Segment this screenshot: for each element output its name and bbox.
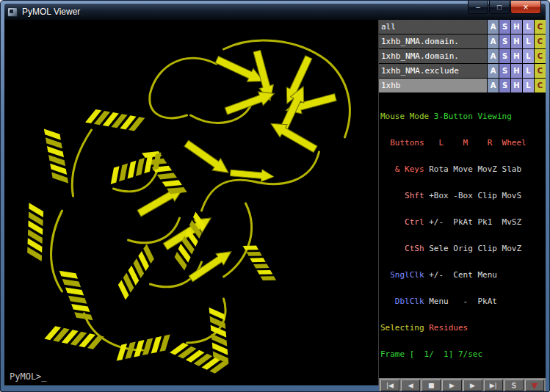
frame-counter-line[interactable]: Frame [ 1/ 1] 7/sec — [380, 350, 546, 359]
hide-button[interactable]: H — [511, 64, 522, 78]
object-row[interactable]: all A S H L C — [379, 20, 546, 34]
hide-button[interactable]: H — [511, 20, 522, 34]
color-button[interactable]: C — [535, 49, 546, 63]
object-buttons: A S H L C — [487, 49, 546, 63]
selecting-mode-line[interactable]: Selecting Residues — [380, 324, 546, 333]
object-row[interactable]: 1xhb_NMA.exclude A S H L C — [379, 64, 546, 78]
mouse-panel: Mouse Mode 3-Button Viewing Buttons L M … — [379, 93, 546, 378]
title-bar[interactable]: PyMOL Viewer – □ × — [4, 4, 546, 20]
show-button[interactable]: S — [499, 35, 510, 48]
window-controls: – □ × — [468, 1, 541, 14]
mouse-ctsh-row: CtSh Sele Orig Clip MovZ — [380, 244, 546, 253]
object-buttons: A S H L C — [487, 64, 546, 78]
playback-controls: |◀ ◀ ■ ▶ ▶ ▶| S ▼ — [379, 378, 546, 392]
label-button[interactable]: L — [523, 49, 534, 63]
color-button[interactable]: C — [535, 35, 546, 48]
minimize-button[interactable]: – — [468, 1, 488, 14]
viewport-3d[interactable]: PyMOL>_ — [4, 20, 378, 385]
label-button[interactable]: L — [523, 20, 534, 34]
pymol-viewer-window: PyMOL Viewer – □ × — [0, 0, 550, 392]
label-button[interactable]: L — [523, 64, 534, 78]
action-button[interactable]: A — [488, 79, 499, 92]
action-button[interactable]: A — [488, 64, 499, 78]
label-button[interactable]: L — [523, 79, 534, 92]
back-button[interactable]: ◀ — [401, 380, 420, 391]
object-row[interactable]: 1xhb_NMA.domain. A S H L C — [379, 49, 546, 63]
object-name[interactable]: 1xhb_NMA.exclude — [379, 64, 487, 78]
panel-toggle-button[interactable]: ▼ — [525, 380, 544, 391]
hide-button[interactable]: H — [511, 49, 522, 63]
show-button[interactable]: S — [499, 79, 510, 92]
object-row-selected[interactable]: 1xhb A S H L C — [379, 79, 546, 92]
mouse-dblclk-row: DblClk Menu - PkAt — [380, 297, 546, 306]
window-title: PyMOL Viewer — [22, 7, 80, 17]
play-button[interactable]: ▶ — [442, 380, 461, 391]
rewind-button[interactable]: |◀ — [380, 380, 399, 391]
app-icon — [7, 7, 18, 17]
scene-button[interactable]: S — [504, 380, 524, 391]
window-content: PyMOL>_ all A S H L C 1xhb_NMA.domain. — [4, 20, 546, 385]
color-button[interactable]: C — [535, 64, 546, 78]
mouse-keys-row: & Keys Rota Move MovZ Slab — [380, 165, 546, 174]
mouse-ctrl-row: Ctrl +/- PkAt Pk1 MvSZ — [380, 218, 546, 227]
color-button[interactable]: C — [535, 79, 546, 92]
action-button[interactable]: A — [488, 49, 499, 63]
mouse-shift-row: Shft +Box -Box Clip MovS — [380, 192, 546, 200]
object-row[interactable]: 1xhb_NMA.domain. A S H L C — [379, 35, 546, 48]
object-buttons: A S H L C — [487, 79, 546, 92]
object-buttons: A S H L C — [487, 20, 546, 34]
show-button[interactable]: S — [499, 49, 510, 63]
hide-button[interactable]: H — [511, 79, 522, 92]
object-name[interactable]: 1xhb — [379, 79, 487, 92]
label-button[interactable]: L — [523, 35, 534, 48]
object-name[interactable]: all — [379, 20, 487, 34]
close-button[interactable]: × — [510, 1, 541, 14]
side-panel: all A S H L C 1xhb_NMA.domain. A S H — [378, 20, 546, 385]
action-button[interactable]: A — [488, 20, 499, 34]
protein-structure — [4, 20, 378, 385]
command-prompt[interactable]: PyMOL>_ — [10, 371, 47, 382]
maximize-button[interactable]: □ — [489, 1, 510, 14]
object-name[interactable]: 1xhb_NMA.domain. — [379, 35, 487, 48]
action-button[interactable]: A — [488, 35, 499, 48]
show-button[interactable]: S — [499, 20, 510, 34]
color-button[interactable]: C — [535, 20, 546, 34]
hide-button[interactable]: H — [511, 35, 522, 48]
mouse-mode-line[interactable]: Mouse Mode 3-Button Viewing — [380, 112, 546, 121]
mouse-buttons-header: Buttons L M R Wheel — [380, 139, 546, 148]
object-buttons: A S H L C — [487, 35, 546, 48]
stop-button[interactable]: ■ — [421, 380, 441, 391]
mouse-snglclk-row: SnglClk +/- Cent Menu — [380, 271, 546, 280]
object-name[interactable]: 1xhb_NMA.domain. — [379, 49, 487, 63]
object-list: all A S H L C 1xhb_NMA.domain. A S H — [379, 20, 546, 93]
show-button[interactable]: S — [499, 64, 510, 78]
end-button[interactable]: ▶| — [484, 380, 503, 391]
forward-button[interactable]: ▶ — [463, 380, 482, 391]
